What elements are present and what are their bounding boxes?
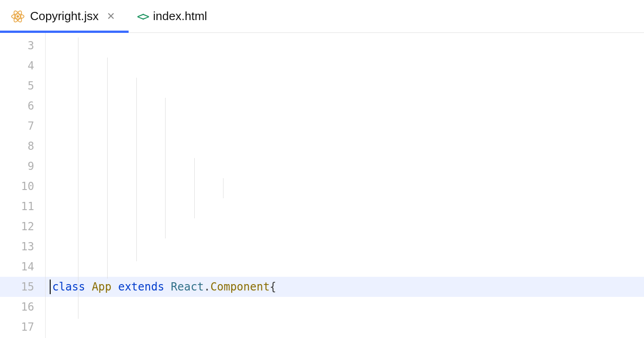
line-number: 9 (0, 156, 34, 176)
line-number: 4 (0, 56, 34, 76)
tab-label: index.html (153, 9, 208, 23)
text-cursor (50, 280, 51, 294)
line-number: 15 (0, 277, 34, 297)
code-editor[interactable]: 3 4 5 6 7 8 9 10 11 12 13 14 15 16 17 cl… (0, 33, 644, 338)
line-number: 16 (0, 297, 34, 317)
line-number: 5 (0, 76, 34, 96)
code-area[interactable]: class App extends React.Component{ rende… (46, 33, 644, 338)
gutter-line-numbers: 3 4 5 6 7 8 9 10 11 12 13 14 15 16 17 (0, 33, 46, 338)
html-icon: <> (137, 10, 147, 23)
indent-guide (165, 138, 166, 238)
indent-guide (223, 178, 223, 198)
line-number: 11 (0, 196, 34, 217)
line-number: 14 (0, 257, 34, 277)
line-number: 13 (0, 237, 34, 257)
indent-guide (136, 78, 137, 261)
line-number: 17 (0, 317, 34, 337)
svg-point-0 (16, 15, 19, 17)
indent-guide (194, 158, 195, 218)
tab-copyright-jsx[interactable]: Copyright.jsx ✕ (0, 0, 126, 32)
line-number: 7 (0, 116, 34, 136)
tab-label: Copyright.jsx (30, 9, 99, 23)
editor-tab-bar: Copyright.jsx ✕ <> index.html (0, 0, 644, 33)
line-number: 3 (0, 36, 34, 56)
close-icon[interactable]: ✕ (107, 11, 115, 22)
indent-guide (78, 37, 78, 319)
line-number: 12 (0, 217, 34, 237)
line-number: 6 (0, 96, 34, 116)
indent-guide (107, 58, 108, 279)
code-line: class App extends React.Component{ (46, 277, 644, 297)
line-number: 10 (0, 176, 34, 196)
tab-index-html[interactable]: <> index.html (126, 0, 218, 32)
indent-guide (165, 98, 166, 138)
react-icon (11, 10, 25, 23)
line-number: 8 (0, 136, 34, 156)
